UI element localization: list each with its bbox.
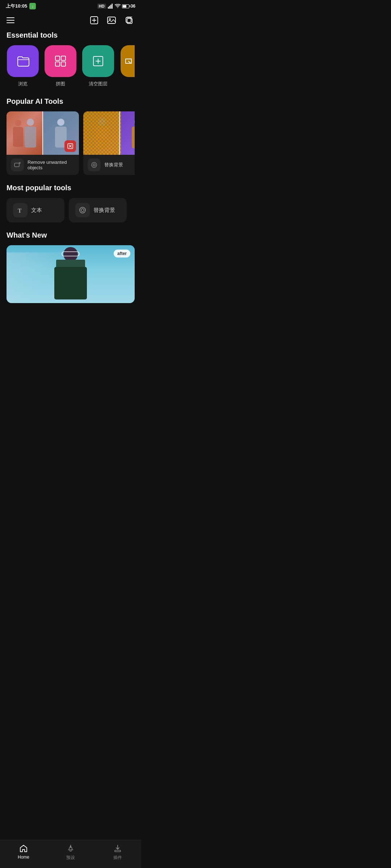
replace-bg2-tool-icon bbox=[75, 203, 90, 217]
browse-icon-box bbox=[7, 45, 39, 77]
text-tool-icon: T bbox=[13, 203, 28, 217]
svg-rect-13 bbox=[61, 56, 66, 60]
split-line bbox=[42, 111, 43, 155]
remove-objects-label: Remove unwanted objects bbox=[28, 159, 75, 170]
essential-tools-title: Essential tools bbox=[7, 31, 135, 39]
svg-rect-12 bbox=[55, 56, 60, 60]
status-bar: 上午10:05 ↓ HD 36 bbox=[0, 0, 141, 11]
svg-point-8 bbox=[109, 18, 111, 20]
popular-tools-section: Most popular tools T 文本 替换背景 bbox=[0, 184, 141, 222]
tool-browse[interactable]: 浏览 bbox=[7, 45, 39, 87]
top-nav bbox=[0, 11, 141, 31]
wifi-icon bbox=[115, 4, 121, 8]
popular-tools-title: Most popular tools bbox=[7, 184, 135, 192]
essential-tools-row: 浏览 拼图 bbox=[7, 45, 135, 89]
popular-tools-row: T 文本 替换背景 bbox=[7, 198, 135, 222]
ai-tools-section: Popular AI Tools bbox=[0, 97, 141, 175]
hamburger-menu[interactable] bbox=[7, 17, 14, 23]
svg-point-27 bbox=[92, 162, 97, 167]
svg-point-31 bbox=[81, 209, 84, 212]
replace-bg-tool-icon bbox=[88, 158, 101, 171]
whats-new-title: What's New bbox=[7, 231, 135, 239]
ai-tools-title: Popular AI Tools bbox=[7, 97, 135, 106]
replace-bg-card[interactable]: 替换背景 bbox=[83, 111, 135, 175]
replace-bg-label: 替换背景 bbox=[104, 162, 123, 168]
before-image bbox=[7, 111, 43, 155]
collage-label: 拼图 bbox=[56, 81, 65, 87]
svg-rect-14 bbox=[55, 62, 60, 66]
clear-layer-label: 清空图层 bbox=[89, 81, 108, 87]
bg-before-image bbox=[83, 111, 121, 155]
battery-level: 36 bbox=[131, 4, 135, 9]
remove-objects-info: Remove unwanted objects bbox=[7, 155, 79, 175]
browse-label: 浏览 bbox=[18, 81, 28, 87]
svg-point-30 bbox=[80, 207, 85, 213]
essential-tools-section: Essential tools 浏览 bbox=[0, 31, 141, 89]
more-icon-box bbox=[121, 45, 135, 77]
time: 上午10:05 bbox=[6, 3, 27, 9]
app-icon: ↓ bbox=[29, 3, 36, 9]
image-button[interactable] bbox=[106, 14, 117, 26]
remove-objects-tool-icon bbox=[11, 158, 24, 171]
erase-badge bbox=[64, 140, 76, 152]
whats-new-card[interactable]: after bbox=[7, 245, 135, 303]
popular-replace-bg-tool[interactable]: 替换背景 bbox=[69, 198, 127, 222]
tool-clear-layer[interactable]: 清空图层 bbox=[82, 45, 114, 87]
replace-bg2-tool-label: 替换背景 bbox=[93, 207, 115, 214]
svg-rect-2 bbox=[110, 5, 112, 9]
remove-objects-img bbox=[7, 111, 79, 155]
remove-objects-card[interactable]: Remove unwanted objects bbox=[7, 111, 79, 175]
layers-button[interactable] bbox=[123, 14, 135, 26]
ai-tools-row: Remove unwanted objects bbox=[7, 111, 135, 175]
battery-icon bbox=[122, 4, 129, 8]
after-badge: after bbox=[114, 250, 130, 258]
svg-rect-22 bbox=[14, 163, 19, 167]
replace-bg-info: 替换背景 bbox=[83, 155, 135, 175]
svg-text:T: T bbox=[18, 208, 22, 214]
svg-rect-0 bbox=[108, 7, 109, 9]
split-line-2 bbox=[119, 111, 120, 155]
collage-icon-box bbox=[45, 45, 76, 77]
svg-rect-1 bbox=[109, 6, 110, 9]
signal-bars-icon bbox=[108, 4, 113, 9]
whats-new-image: after bbox=[7, 245, 135, 303]
tool-collage[interactable]: 拼图 bbox=[44, 45, 77, 87]
popular-text-tool[interactable]: T 文本 bbox=[7, 198, 64, 222]
svg-rect-15 bbox=[61, 62, 66, 66]
svg-point-28 bbox=[93, 164, 95, 166]
svg-rect-3 bbox=[112, 4, 113, 9]
signal-text: HD bbox=[97, 4, 106, 9]
status-right: HD 36 bbox=[97, 4, 135, 9]
clear-layer-icon-box bbox=[82, 45, 114, 77]
text-tool-label: 文本 bbox=[31, 207, 42, 214]
nav-icon-group bbox=[88, 14, 135, 26]
status-left: 上午10:05 ↓ bbox=[6, 3, 36, 9]
new-canvas-button[interactable] bbox=[88, 14, 100, 26]
replace-bg-img bbox=[83, 111, 135, 155]
tool-more[interactable] bbox=[119, 45, 135, 87]
whats-new-section: What's New after bbox=[0, 231, 141, 303]
bg-after-image bbox=[121, 111, 135, 155]
